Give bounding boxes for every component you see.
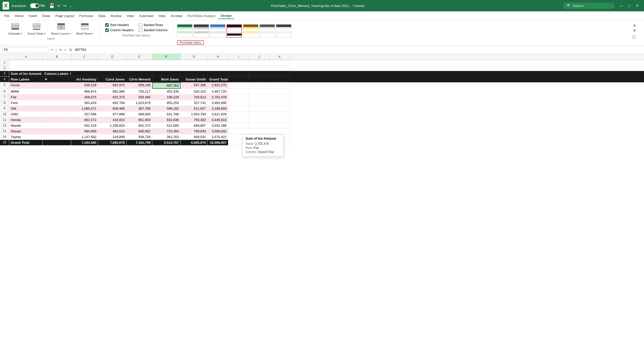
search-box[interactable]: 🔍 [563,3,615,9]
cell-F4[interactable]: Mark Davis [152,77,181,82]
cell-A4[interactable]: Row Labels [9,77,43,82]
cell-D8[interactable]: 692,784 [98,100,127,106]
scroll-more-icon[interactable]: ⊡ [632,34,637,40]
formula-input[interactable] [75,48,642,52]
cell-D4[interactable]: Carol Jones [98,77,127,82]
cell-I6[interactable] [228,89,249,94]
cell-F2[interactable] [152,66,181,71]
banded-rows-check[interactable]: Banded Rows [139,23,168,27]
cell-G15[interactable]: 6,605,975 [181,140,208,146]
cell-J5[interactable] [249,82,270,89]
cell-B12[interactable] [43,123,71,129]
menu-automate[interactable]: Automate [137,13,156,19]
cell-I13[interactable] [228,129,249,134]
col-header-F[interactable]: F [152,54,181,60]
cell-G7[interactable]: 704,814 [181,94,208,100]
cell-H4[interactable]: Grand Total [208,77,228,82]
cell-A9[interactable]: GM [9,106,43,111]
cell-G1[interactable] [181,60,208,66]
cell-J8[interactable] [249,100,270,106]
cell-E7[interactable]: 558,486 [127,94,152,100]
cell-E3[interactable] [127,71,152,77]
cell-E5[interactable]: 559,100 [127,82,152,89]
cell-F11[interactable]: 632,838 [152,117,181,123]
cell-F6[interactable]: 452,435 [152,89,181,94]
cell-F12[interactable]: 512,000 [152,123,181,129]
cell-F10[interactable]: 631,786 [152,111,181,117]
subtotals-button[interactable]: Subtotals ▼ [6,22,24,36]
cell-K2[interactable] [270,66,290,71]
style-thumb-6[interactable] [260,24,275,38]
cell-E9[interactable]: 387,789 [127,106,152,111]
style-thumb-4[interactable] [227,24,242,38]
cell-G4[interactable]: Susan Smith [181,77,208,82]
cell-K10[interactable] [270,111,290,117]
cell-K12[interactable] [270,123,290,129]
cell-K9[interactable] [270,106,290,111]
cell-H15[interactable]: 33,568,697 [208,140,228,146]
cell-G9[interactable]: 511,627 [181,106,208,111]
cell-reference-box[interactable] [2,47,49,52]
cell-I1[interactable] [228,60,249,66]
blank-rows-button[interactable]: Blank Rows ▼ [74,22,96,36]
cell-G5[interactable]: 547,308 [181,82,208,89]
col-header-J[interactable]: J [249,54,270,60]
grand-totals-button[interactable]: Grand Totals ▼ [26,22,48,36]
cell-A8[interactable]: Ford [9,100,43,106]
confirm-formula-icon[interactable]: ✓ [64,48,67,52]
menu-home[interactable]: Home [12,13,26,19]
menu-pivot-analyze[interactable]: PivotTable Analyze [185,13,218,19]
cell-I12[interactable] [228,123,249,129]
quick-access-more[interactable]: ⌄ [69,4,72,8]
cell-A13[interactable]: Nissan [9,129,43,134]
cell-D6[interactable]: 862,996 [98,89,127,94]
cell-K6[interactable] [270,89,290,94]
cell-B4[interactable]: ▼ [43,77,71,82]
cell-B3[interactable]: Column Labels ▼ [43,71,71,77]
cell-I10[interactable] [228,111,249,117]
cell-H3[interactable] [208,71,228,77]
cell-D10[interactable]: 977,898 [98,111,127,117]
cell-H5[interactable]: 2,922,275 [208,82,228,89]
cell-E2[interactable] [127,66,152,71]
col-header-G[interactable]: G [181,54,208,60]
cell-D12[interactable]: 1,206,820 [98,123,127,129]
cell-G11[interactable]: 750,382 [181,117,208,123]
menu-insert[interactable]: Insert [26,13,40,19]
cell-D7[interactable]: 832,375 [98,94,127,100]
close-button[interactable]: ✕ [633,4,641,8]
menu-data[interactable]: Data [96,13,108,19]
cell-G13[interactable]: 769,843 [181,129,208,134]
cell-J7[interactable] [249,94,270,100]
cell-C15[interactable]: 7,194,480 [71,140,98,146]
cell-A12[interactable]: Mazda [9,123,43,129]
cell-F1[interactable] [152,60,181,66]
undo-button[interactable]: ↩ [57,3,61,8]
cell-C13[interactable]: 884,909 [71,129,98,134]
cell-C8[interactable]: 563,433 [71,100,98,106]
scroll-up-icon[interactable]: ▲ [632,22,637,28]
col-header-I[interactable]: I [228,54,249,60]
cell-J9[interactable] [249,106,270,111]
cell-D3[interactable] [98,71,127,77]
cell-J13[interactable] [249,129,270,134]
cell-K5[interactable] [270,82,290,89]
cell-G6[interactable]: 520,103 [181,89,208,94]
cell-D9[interactable]: 606,490 [98,106,127,111]
cell-K1[interactable] [270,60,290,66]
cell-B1[interactable] [43,60,71,66]
cell-C3[interactable] [71,71,98,77]
cell-H9[interactable]: 3,189,669 [208,106,228,111]
menu-acrobat[interactable]: Acrobat [168,13,185,19]
cell-C12[interactable]: 562,319 [71,123,98,129]
col-header-E[interactable]: E [127,54,152,60]
cell-D1[interactable] [98,60,127,66]
cell-E1[interactable] [127,60,152,66]
cell-C1[interactable] [71,60,98,66]
cancel-formula-icon[interactable]: ✕ [59,48,62,52]
search-input[interactable] [573,4,604,8]
cell-E6[interactable]: 705,217 [127,89,152,94]
cell-H8[interactable]: 3,462,890 [208,100,228,106]
cell-C9[interactable]: 1,085,471 [71,106,98,111]
cell-J2[interactable] [249,66,270,71]
